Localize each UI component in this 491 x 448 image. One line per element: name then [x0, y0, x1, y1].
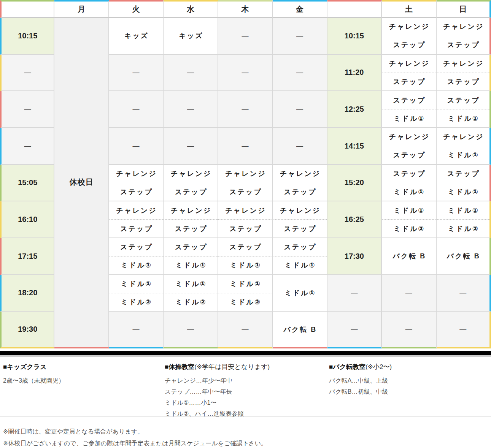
class-label-bottom: ミドル① — [437, 109, 489, 127]
time-cell: 15:05 — [0, 165, 54, 202]
legend-heading: ■キッズクラス — [3, 363, 165, 371]
legend-line: バク転B…初級、中級 — [329, 386, 488, 397]
class-label-top: チャレンジ — [109, 165, 163, 183]
class-cell-split: チャレンジステップ — [218, 201, 273, 238]
class-cell-split: ステップミドル① — [437, 91, 491, 128]
class-label-bottom: ミドル① — [382, 109, 435, 127]
class-label-top: チャレンジ — [437, 18, 489, 36]
empty-slot-cell: — — [109, 91, 164, 128]
empty-slot-cell: — — [164, 128, 218, 165]
class-cell-split: チャレンジステップ — [218, 165, 273, 202]
class-label-top: ステップ — [218, 238, 272, 256]
header-cell-day: 土 — [382, 0, 436, 18]
time-cell: 11:20 — [327, 55, 382, 92]
section-divider-bar — [0, 351, 491, 357]
class-label-top: チャレンジ — [218, 201, 272, 219]
schedule-page: 月火水木金土日休校日10:15キッズキッズ——10:15チャレンジステップチャレ… — [0, 0, 491, 448]
empty-slot-cell: — — [437, 312, 491, 348]
class-label-top: チャレンジ — [437, 55, 489, 73]
time-cell: 16:10 — [0, 201, 54, 238]
class-cell-split: チャレンジステップ — [382, 55, 436, 92]
class-label-top: ステップ — [382, 165, 435, 183]
class-cell-split: ミドル①ミドル② — [218, 275, 273, 312]
header-cell-day: 水 — [164, 0, 218, 18]
class-label-bottom: ステップ — [109, 219, 163, 237]
class-cell: バク転 B — [382, 238, 436, 275]
legend-column: ■バク転教室(※小2〜)バク転A…中級、上級バク転B…初級、中級 — [329, 362, 488, 416]
class-label-bottom: ミドル① — [437, 146, 489, 164]
class-label-top: ミドル① — [437, 201, 489, 219]
class-label-top: ステップ — [273, 238, 326, 256]
class-label-bottom: ミドル② — [164, 293, 217, 311]
legend-column: ■キッズクラス2歳〜3歳（未就園児） — [3, 362, 165, 416]
empty-slot-cell: — — [218, 18, 273, 55]
empty-slot-cell: — — [382, 275, 436, 312]
class-cell-split: ステップミドル① — [218, 238, 273, 275]
class-cell-split: ミドル①ミドル② — [437, 201, 491, 238]
header-cell-day: 月 — [54, 0, 109, 18]
class-label-bottom: ステップ — [164, 183, 217, 201]
time-cell-empty: — — [327, 275, 382, 312]
legend-line: チャレンジ…年少〜年中 — [165, 375, 329, 386]
time-cell: 19:30 — [0, 312, 54, 348]
class-label-top: ミドル① — [109, 275, 163, 293]
class-label-bottom: ステップ — [164, 219, 217, 237]
class-cell-split: チャレンジステップ — [382, 18, 436, 55]
class-cell-split: チャレンジステップ — [109, 165, 164, 202]
class-label-bottom: ミドル② — [382, 219, 435, 237]
time-cell: 17:30 — [327, 238, 382, 275]
class-label-bottom: ステップ — [382, 36, 435, 54]
time-cell-empty: — — [0, 55, 54, 92]
class-cell: バク転 B — [437, 238, 491, 275]
class-cell-split: チャレンジステップ — [273, 201, 327, 238]
empty-slot-cell: — — [273, 128, 327, 165]
class-label-top: チャレンジ — [382, 128, 435, 146]
class-label-top: ミドル① — [164, 275, 217, 293]
legend-line: ステップ……年中〜年長 — [165, 386, 329, 397]
time-cell: 12:25 — [327, 91, 382, 128]
time-cell: 10:15 — [327, 18, 382, 55]
class-cell-split: チャレンジステップ — [164, 201, 218, 238]
empty-slot-cell: — — [164, 91, 218, 128]
class-cell-split: チャレンジステップ — [109, 201, 164, 238]
class-label-top: チャレンジ — [164, 201, 217, 219]
legend-line: バク転A…中級、上級 — [329, 375, 488, 386]
legend-column: ■体操教室(※学年は目安となります)チャレンジ…年少〜年中ステップ……年中〜年長… — [165, 362, 329, 416]
time-cell-empty: — — [0, 91, 54, 128]
note-line: ※休校日がございますので、ご参加の際は年間予定表または月間スケジュールをご確認下… — [3, 437, 488, 448]
class-label-top: ミドル① — [218, 275, 272, 293]
empty-slot-cell: — — [437, 275, 491, 312]
class-cell: キッズ — [164, 18, 218, 55]
class-label-bottom: ミドル① — [109, 256, 163, 274]
class-cell: バク転 B — [273, 312, 327, 348]
empty-slot-cell: — — [109, 312, 164, 348]
class-label-top: ステップ — [437, 165, 489, 183]
header-cell-time — [0, 0, 54, 18]
class-label-bottom: ミドル① — [437, 183, 489, 201]
class-label-bottom: ミドル② — [218, 293, 272, 311]
class-cell-split: ミドル①ミドル② — [382, 201, 436, 238]
class-label-top: ステップ — [382, 91, 435, 109]
empty-slot-cell: — — [164, 55, 218, 92]
class-label-top: ステップ — [164, 238, 217, 256]
header-cell-day: 火 — [109, 0, 164, 18]
class-label-bottom: ミドル① — [164, 256, 217, 274]
schedule-table: 月火水木金土日休校日10:15キッズキッズ——10:15チャレンジステップチャレ… — [0, 0, 491, 348]
legend-section: ■キッズクラス2歳〜3歳（未就園児）■体操教室(※学年は目安となります)チャレン… — [0, 357, 491, 417]
header-cell-time — [327, 0, 382, 18]
time-cell: 14:15 — [327, 128, 382, 165]
class-cell-split: チャレンジステップ — [437, 55, 491, 92]
empty-slot-cell: — — [218, 55, 273, 92]
class-cell-split: ステップミドル① — [382, 91, 436, 128]
empty-slot-cell: — — [218, 91, 273, 128]
class-cell: ミドル① — [273, 275, 327, 312]
class-label-bottom: ステップ — [437, 73, 489, 91]
empty-slot-cell: — — [218, 128, 273, 165]
legend-line: ミドル①……小1〜 — [165, 397, 329, 408]
class-label-bottom: ミドル① — [273, 256, 326, 274]
legend-heading: ■体操教室(※学年は目安となります) — [165, 363, 329, 371]
class-cell-split: ミドル①ミドル② — [164, 275, 218, 312]
footnotes: ※開催日時は、変更や定員となる場合があります。※休校日がございますので、ご参加の… — [0, 417, 491, 448]
class-cell-split: ステップミドル① — [382, 165, 436, 202]
class-cell-split: ミドル①ミドル② — [109, 275, 164, 312]
